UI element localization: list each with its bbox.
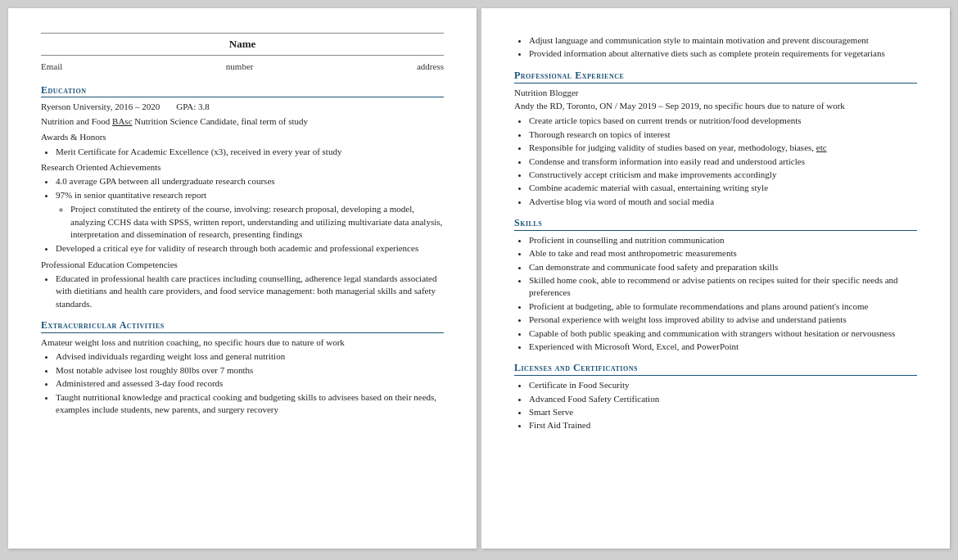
- edu-university-row: Ryerson University, 2016 – 2020 GPA: 3.8: [41, 101, 444, 113]
- extracurricular-list: Advised individuals regarding weight los…: [56, 350, 444, 416]
- header-top-line: [41, 33, 444, 34]
- list-item: Proficient in counselling and nutrition …: [529, 234, 917, 246]
- list-item: Certificate in Food Security: [529, 379, 917, 391]
- list-item: Smart Serve: [529, 406, 917, 418]
- list-item: Responsible for judging validity of stud…: [529, 142, 917, 154]
- list-item: Taught nutritional knowledge and practic…: [56, 391, 444, 417]
- list-item: 4.0 average GPA between all undergraduat…: [56, 175, 444, 187]
- header-bottom-line: [41, 55, 444, 56]
- extracurricular-description: Amateur weight loss and nutrition coachi…: [41, 336, 444, 349]
- list-item: First Aid Trained: [529, 419, 917, 431]
- licenses-heading: Licenses and Certifications: [514, 361, 917, 376]
- list-item: Advised individuals regarding weight los…: [56, 350, 444, 363]
- intro-bullets: Adjust language and communication style …: [529, 34, 917, 61]
- edu-program-underline: BAsc: [112, 116, 132, 126]
- extracurricular-heading: Extracurricular Activities: [41, 318, 444, 333]
- list-item: Administered and assessed 3-day food rec…: [56, 377, 444, 390]
- list-item: Constructively accept criticism and make…: [529, 169, 917, 181]
- list-item: Advanced Food Safety Certification: [529, 393, 917, 405]
- list-item: Experienced with Microsoft Word, Excel, …: [529, 341, 917, 353]
- header-contact: Email number address: [41, 61, 444, 73]
- list-item: 97% in senior quantitative research repo…: [56, 189, 444, 242]
- list-item: Able to take and read most anthropometri…: [529, 247, 917, 260]
- edu-gpa: GPA: 3.8: [176, 101, 210, 113]
- skills-heading: Skills: [514, 216, 917, 231]
- page-1: Name Email number address Education Ryer…: [8, 8, 477, 549]
- resume-name: Name: [41, 37, 444, 52]
- skills-list: Proficient in counselling and nutrition …: [529, 234, 917, 354]
- list-item: Capable of both public speaking and comm…: [529, 327, 917, 340]
- edu-university: Ryerson University, 2016 – 2020: [41, 101, 160, 113]
- prof-exp-list: Create article topics based on current t…: [529, 115, 917, 208]
- edu-program-rest: Nutrition Science Candidate, final term …: [133, 116, 308, 126]
- pages-container: Name Email number address Education Ryer…: [8, 8, 950, 549]
- education-heading: Education: [41, 84, 444, 98]
- list-item: Can demonstrate and communicate food saf…: [529, 261, 917, 273]
- list-item: Skilled home cook, able to recommend or …: [529, 274, 917, 300]
- list-item: Condense and transform information into …: [529, 156, 917, 168]
- list-item: Provided information about alternative d…: [529, 47, 917, 60]
- list-item: Most notable advisee lost roughly 80lbs …: [56, 364, 444, 377]
- competencies-list: Educated in professional health care pra…: [56, 273, 444, 310]
- awards-heading: Awards & Honors: [41, 131, 444, 143]
- list-item: Adjust language and communication style …: [529, 34, 917, 47]
- header-email: Email: [41, 61, 62, 73]
- etc-underline: etc: [816, 142, 827, 152]
- prof-exp-heading: Professional Experience: [514, 69, 917, 84]
- list-item: Proficient at budgeting, able to formula…: [529, 300, 917, 313]
- licenses-list: Certificate in Food Security Advanced Fo…: [529, 379, 917, 432]
- list-item: Combine academic material with casual, e…: [529, 182, 917, 194]
- page-2: Adjust language and communication style …: [481, 8, 950, 549]
- header-phone: number: [226, 61, 254, 73]
- list-item: Thorough research on topics of interest: [529, 129, 917, 141]
- competencies-heading: Professional Education Competencies: [41, 259, 444, 271]
- research-sub-list: Project constituted the entirety of the …: [70, 203, 444, 241]
- list-item: Personal experience with weight loss imp…: [529, 314, 917, 326]
- list-item: Merit Certificate for Academic Excellenc…: [56, 146, 444, 158]
- research-list: 4.0 average GPA between all undergraduat…: [56, 175, 444, 255]
- edu-program-text: Nutrition and Food: [41, 116, 112, 126]
- awards-list: Merit Certificate for Academic Excellenc…: [56, 146, 444, 158]
- job-title: Nutrition Blogger: [514, 87, 917, 99]
- list-item: Advertise blog via word of mouth and soc…: [529, 196, 917, 208]
- list-item: Project constituted the entirety of the …: [70, 203, 444, 241]
- edu-program: Nutrition and Food BAsc Nutrition Scienc…: [41, 115, 444, 128]
- header-address: address: [417, 61, 444, 73]
- job-org: Andy the RD, Toronto, ON / May 2019 – Se…: [514, 100, 917, 112]
- list-item: Educated in professional health care pra…: [56, 273, 444, 310]
- list-item: Developed a critical eye for validity of…: [56, 242, 444, 255]
- research-heading: Research Oriented Achievements: [41, 161, 444, 174]
- list-item: Create article topics based on current t…: [529, 115, 917, 127]
